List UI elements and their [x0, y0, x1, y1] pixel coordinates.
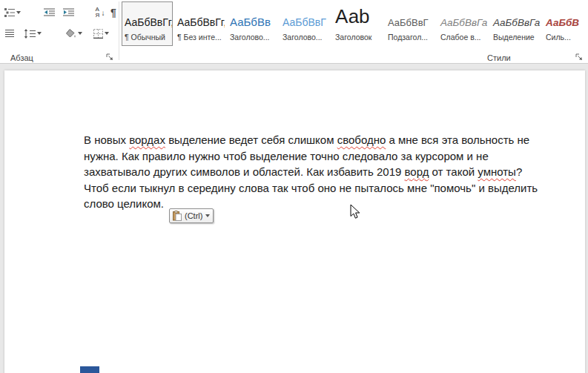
style-preview: АаБбВвГ: [386, 3, 435, 30]
shading-button[interactable]: [62, 24, 86, 42]
paint-bucket-icon: [66, 29, 76, 39]
style-preview: АаБбВ: [544, 3, 588, 30]
text-segment: а мне вся эта вольность не: [386, 133, 529, 146]
misspelled-word: свободно: [337, 133, 386, 146]
dropdown-arrow-icon: [37, 32, 42, 35]
dropdown-arrow-icon: [105, 32, 109, 35]
style-label: Слабое в...: [438, 30, 488, 42]
multilevel-list-icon: [4, 8, 15, 17]
style-preview: АаБбВвГ: [280, 3, 330, 30]
style-preview: АаБбВвГа: [491, 3, 541, 30]
styles-gallery: АаБбВвГг,¶ ОбычныйАаБбВвГг,¶ Без инте...…: [122, 1, 588, 48]
line-spacing-button[interactable]: [21, 24, 44, 42]
styles-dialog-launcher-icon[interactable]: [575, 53, 584, 62]
style-label: Выделение: [491, 30, 541, 42]
paragraph-group: АЯ ↓ ¶: [0, 0, 119, 64]
style-item-8[interactable]: АаБбВвГаВыделение: [490, 1, 541, 46]
sort-down-arrow-icon: ↓: [101, 9, 105, 17]
document-area: В новых вордах выделение ведет себя слиш…: [0, 64, 588, 373]
borders-icon: [93, 29, 103, 39]
paste-options-label: (Ctrl): [185, 211, 202, 220]
document-paragraph: В новых вордах выделение ведет себя слиш…: [84, 132, 552, 212]
style-item-5[interactable]: АаbЗаголовок: [332, 1, 383, 46]
style-item-6[interactable]: АаБбВвГПодзагол...: [385, 1, 436, 46]
decrease-indent-button[interactable]: [40, 4, 58, 22]
sort-letters-icon: АЯ: [96, 7, 100, 19]
style-label: Подзагол...: [386, 30, 435, 42]
style-preview: АаБбВвГг,: [175, 3, 225, 30]
style-preview: АаБбВвГа: [438, 3, 488, 30]
clipboard-icon: [173, 211, 182, 221]
style-preview: Ааb: [333, 3, 383, 30]
style-item-1[interactable]: АаБбВвГг,¶ Обычный: [122, 1, 173, 46]
text-segment: нужна. Как правило нужно чтоб выделение …: [84, 150, 489, 162]
text-segment: Чтоб если тыкнул в середину слова так чт…: [84, 182, 538, 194]
justify-icon: [5, 29, 14, 38]
text-segment: захватывало других символов и областей. …: [84, 165, 405, 178]
document-page[interactable]: В новых вордах выделение ведет себя слиш…: [4, 70, 585, 373]
misspelled-word: умноты: [478, 165, 516, 178]
style-preview: АаБбВв: [228, 3, 277, 30]
text-line[interactable]: нужна. Как правило нужно чтоб выделение …: [84, 148, 552, 165]
dropdown-arrow-icon: [205, 214, 210, 217]
style-label: ¶ Без инте...: [175, 30, 225, 42]
dropdown-arrow-icon: [16, 11, 21, 14]
pilcrow-icon: ¶: [110, 7, 116, 19]
borders-button[interactable]: [89, 24, 113, 42]
group-separator: [119, 1, 119, 60]
increase-indent-button[interactable]: [59, 4, 77, 22]
dropdown-arrow-icon: [78, 32, 82, 35]
style-label: Силь...: [544, 30, 588, 42]
style-item-2[interactable]: АаБбВвГг,¶ Без инте...: [174, 1, 225, 46]
text-segment: выделение ведет себя слишком: [165, 133, 337, 146]
text-segment: ?: [516, 165, 522, 178]
justify-button[interactable]: [1, 24, 18, 42]
misspelled-word: вордах: [129, 133, 165, 146]
text-line[interactable]: Чтоб если тыкнул в середину слова так чт…: [84, 180, 552, 197]
paragraph-dialog-launcher-icon[interactable]: [106, 53, 115, 62]
text-segment: от такой: [429, 165, 478, 178]
styles-group-label: Стили: [487, 53, 511, 62]
text-line[interactable]: слово целиком.: [84, 196, 552, 212]
style-preview: АаБбВвГг,: [122, 3, 172, 30]
ribbon: АЯ ↓ ¶: [0, 0, 588, 64]
style-label: ¶ Обычный: [122, 30, 172, 42]
style-item-4[interactable]: АаБбВвГЗаголово...: [280, 1, 331, 46]
style-label: Заголовок: [333, 30, 383, 42]
styles-group-footer: Стили: [120, 52, 588, 62]
paste-options-button[interactable]: (Ctrl): [169, 208, 214, 223]
multilevel-list-button[interactable]: [1, 4, 24, 22]
text-line[interactable]: захватывало других символов и областей. …: [84, 164, 552, 180]
style-item-7[interactable]: АаБбВвГаСлабое в...: [437, 1, 489, 46]
text-segment: слово целиком.: [84, 197, 164, 210]
style-item-3[interactable]: АаБбВвЗаголово...: [227, 1, 278, 46]
show-formatting-marks-button[interactable]: ¶: [108, 4, 119, 22]
style-item-9[interactable]: АаБбВСиль...: [543, 1, 588, 46]
blue-fragment: [80, 366, 99, 373]
style-label: Заголово...: [280, 30, 330, 42]
text-segment: В новых: [84, 133, 129, 146]
line-spacing-icon: [24, 29, 36, 39]
increase-indent-icon: [63, 8, 74, 17]
sort-button[interactable]: АЯ ↓: [90, 4, 110, 22]
styles-group: АаБбВвГг,¶ ОбычныйАаБбВвГг,¶ Без инте...…: [120, 0, 588, 64]
misspelled-word: ворд: [405, 165, 429, 178]
paragraph-group-footer: Абзац: [0, 52, 119, 62]
style-label: Заголово...: [228, 30, 277, 42]
decrease-indent-icon: [44, 8, 55, 17]
paragraph-group-label: Абзац: [10, 53, 33, 62]
text-line[interactable]: В новых вордах выделение ведет себя слиш…: [84, 132, 552, 148]
